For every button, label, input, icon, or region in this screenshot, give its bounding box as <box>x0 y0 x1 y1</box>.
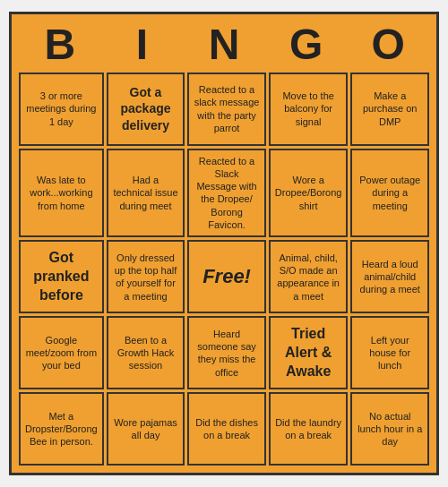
bingo-cell-1[interactable]: Got a package delivery <box>107 73 185 146</box>
bingo-card: B I N G O 3 or more meetings during 1 da… <box>9 12 439 476</box>
bingo-cell-4[interactable]: Make a purchase on DMP <box>350 73 429 146</box>
bingo-cell-9[interactable]: Power outage during a meeting <box>350 149 429 238</box>
bingo-cell-24[interactable]: No actual lunch hour in a day <box>350 392 429 466</box>
bingo-cell-16[interactable]: Been to a Growth Hack session <box>107 316 185 389</box>
letter-i: I <box>102 21 181 69</box>
bingo-cell-0[interactable]: 3 or more meetings during 1 day <box>19 73 104 146</box>
bingo-cell-19[interactable]: Left your house for lunch <box>350 316 429 389</box>
bingo-cell-17[interactable]: Heard someone say they miss the office <box>187 316 266 389</box>
letter-b: B <box>21 21 99 69</box>
bingo-cell-5[interactable]: Was late to work...working from home <box>19 149 104 238</box>
bingo-cell-12[interactable]: Free! <box>187 240 266 313</box>
bingo-cell-22[interactable]: Did the dishes on a break <box>187 392 266 466</box>
bingo-cell-14[interactable]: Heard a loud animal/child during a meet <box>350 240 429 313</box>
letter-o: O <box>349 21 427 69</box>
bingo-cell-6[interactable]: Had a technical issue during meet <box>107 149 185 238</box>
bingo-cell-8[interactable]: Wore a Dropee/Borong shirt <box>269 149 349 238</box>
letter-g: G <box>267 21 346 69</box>
bingo-cell-23[interactable]: Did the laundry on a break <box>269 392 349 466</box>
bingo-cell-10[interactable]: Got pranked before <box>19 240 104 313</box>
bingo-cell-21[interactable]: Wore pajamas all day <box>107 392 185 466</box>
bingo-cell-11[interactable]: Only dressed up the top half of yourself… <box>107 240 185 313</box>
bingo-cell-13[interactable]: Animal, child, S/O made an appearance in… <box>269 240 349 313</box>
bingo-cell-2[interactable]: Reacted to a slack message with the part… <box>187 73 266 146</box>
letter-n: N <box>185 21 263 69</box>
bingo-cell-20[interactable]: Met a Dropster/Borong Bee in person. <box>19 392 104 466</box>
bingo-header: B I N G O <box>19 21 429 69</box>
bingo-cell-3[interactable]: Move to the balcony for signal <box>269 73 349 146</box>
bingo-cell-18[interactable]: Tried Alert & Awake <box>269 316 349 389</box>
bingo-cell-15[interactable]: Google meet/zoom from your bed <box>19 316 104 389</box>
bingo-grid: 3 or more meetings during 1 dayGot a pac… <box>19 73 429 466</box>
bingo-cell-7[interactable]: Reacted to a Slack Message with the Drop… <box>187 149 266 238</box>
